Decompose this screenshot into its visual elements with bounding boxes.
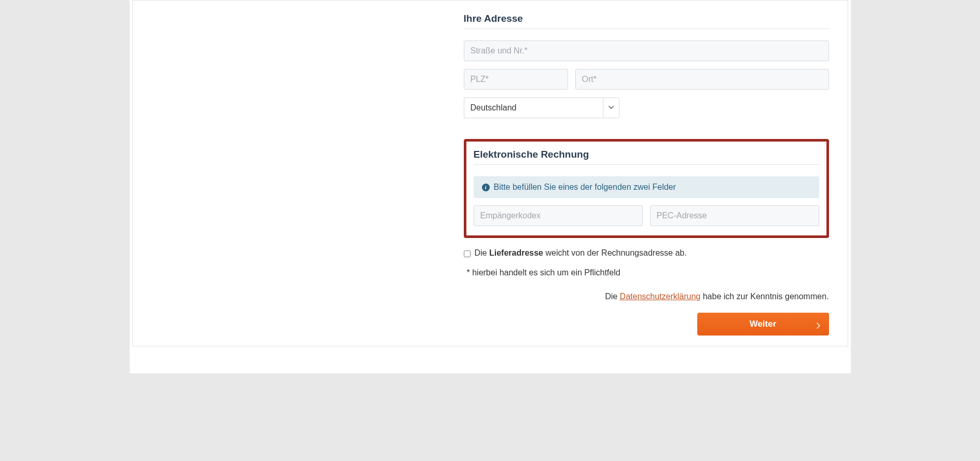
form-section: Ihre Adresse Deutschland Elektronische R… [464,1,840,336]
street-row [464,40,829,61]
pec-address-input[interactable] [650,205,819,226]
country-select[interactable]: Deutschland [464,97,619,118]
delivery-bold-text: Lieferadresse [489,248,543,257]
continue-button-label: Weiter [750,319,777,329]
ort-input[interactable] [575,69,829,90]
plz-ort-row [464,69,829,90]
delivery-address-checkbox[interactable] [464,250,471,257]
privacy-row: Die Datenschutzerklärung habe ich zur Ke… [464,292,829,301]
continue-button[interactable]: Weiter [697,313,829,336]
privacy-post-text: habe ich zur Kenntnis genommen. [700,292,829,301]
country-select-value: Deutschland [464,97,603,118]
street-input[interactable] [464,40,829,61]
delivery-post-text: weicht von der Rechnungsadresse ab. [543,248,687,257]
einvoice-section: Elektronische Rechnung i Bitte befüllen … [464,139,829,238]
chevron-right-icon [817,321,821,327]
delivery-pre-text: Die [475,248,489,257]
info-icon: i [482,184,490,191]
info-bar: i Bitte befüllen Sie eines der folgenden… [474,176,819,198]
chevron-down-icon [603,97,619,118]
privacy-link[interactable]: Datenschutzerklärung [620,292,701,301]
recipient-code-input[interactable] [474,205,643,226]
address-section-title: Ihre Adresse [464,13,829,24]
divider [464,29,829,29]
divider [474,164,819,165]
privacy-pre-text: Die [605,292,619,301]
required-note: * hierbei handelt es sich um ein Pflicht… [464,268,829,277]
delivery-address-checkbox-row: Die Lieferadresse weicht von der Rechnun… [464,248,829,258]
einvoice-section-title: Elektronische Rechnung [474,149,819,160]
info-text: Bitte befüllen Sie eines der folgenden z… [494,183,676,192]
button-row: Weiter [464,313,829,336]
delivery-address-label: Die Lieferadresse weicht von der Rechnun… [475,248,687,258]
plz-input[interactable] [464,69,568,90]
einvoice-row [474,205,819,226]
